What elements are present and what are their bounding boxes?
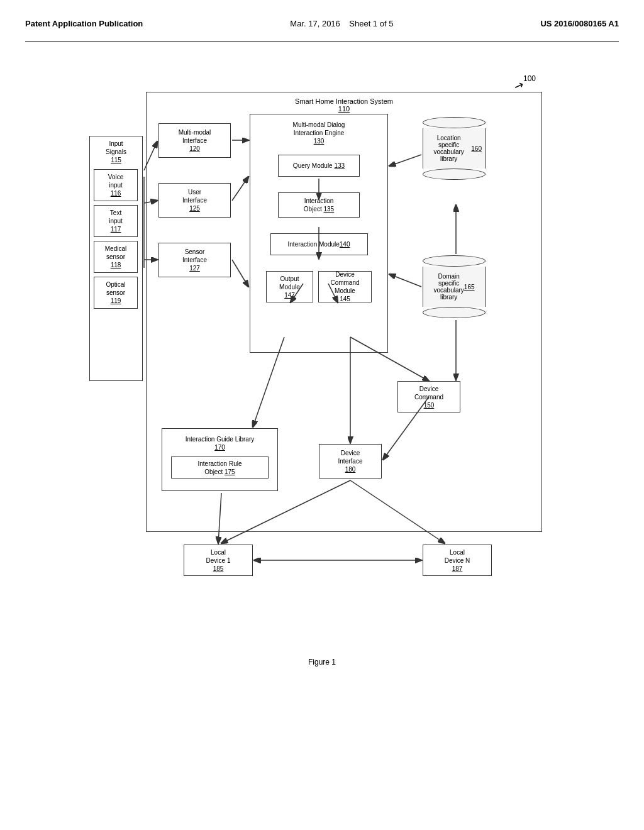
page: Patent Application Publication Mar. 17, …	[0, 0, 644, 830]
dialog-engine-box: Multi-modal DialogInteraction Engine130 …	[250, 114, 388, 353]
dialog-engine-label: Multi-modal DialogInteraction Engine130	[254, 121, 384, 145]
optical-sensor-box: Opticalsensor119	[94, 277, 138, 309]
local-device-n-box: LocalDevice N187	[423, 545, 492, 576]
medical-sensor-box: Medicalsensor118	[94, 241, 138, 273]
location-vocab-label: Location specificvocabularylibrary160	[423, 128, 486, 169]
diagram-container: 100 ↙ Smart Home Interaction System 110 …	[89, 73, 555, 620]
sensor-interface-box: SensorInterface127	[158, 243, 231, 277]
domain-vocab-db: Domainspecificvocabularylibrary165	[423, 255, 486, 318]
figure-label: Figure 1	[308, 658, 336, 667]
device-command-module-box: DeviceCommandModule145	[318, 271, 372, 302]
page-header: Patent Application Publication Mar. 17, …	[25, 13, 619, 42]
device-interface-box: DeviceInterface180	[319, 444, 382, 479]
multimodal-interface-box: Multi-modalInterface120	[158, 123, 231, 158]
query-module-box: Query Module 133	[278, 155, 360, 177]
main-box-number: 110	[338, 105, 350, 113]
location-vocab-db: Location specificvocabularylibrary160	[423, 117, 486, 180]
interaction-guide-label: Interaction Guide Library170	[166, 435, 274, 451]
header-left: Patent Application Publication	[25, 19, 143, 28]
input-signals-box: InputSignals115 Voiceinput116 Textinput1…	[89, 136, 143, 381]
diagram-area: 100 ↙ Smart Home Interaction System 110 …	[25, 60, 619, 679]
text-input-box: Textinput117	[94, 205, 138, 237]
header-right: US 2016/0080165 A1	[540, 19, 619, 28]
header-date: Mar. 17, 2016	[290, 19, 340, 28]
output-device-row: OutputModule147 DeviceCommandModule145	[254, 271, 384, 302]
header-sheet: Sheet 1 of 5	[349, 19, 393, 28]
input-signals-label: InputSignals115	[94, 140, 138, 164]
output-module-box: OutputModule147	[266, 271, 313, 302]
device-command-box: DeviceCommand150	[397, 381, 460, 412]
interaction-module-box: Interaction Module140	[270, 233, 368, 255]
voice-input-box: Voiceinput116	[94, 169, 138, 201]
user-interface-box: UserInterface125	[158, 183, 231, 218]
domain-vocab-label: Domainspecificvocabularylibrary165	[423, 267, 486, 307]
local-device-1-box: LocalDevice 1185	[184, 545, 253, 576]
interaction-rule-box: Interaction RuleObject 175	[171, 456, 269, 479]
interaction-object-box: InteractionObject 135	[278, 192, 360, 218]
header-center: Mar. 17, 2016 Sheet 1 of 5	[290, 19, 393, 28]
interaction-guide-box: Interaction Guide Library170 Interaction…	[162, 428, 278, 491]
main-box-title: Smart Home Interaction System 110	[147, 97, 541, 113]
